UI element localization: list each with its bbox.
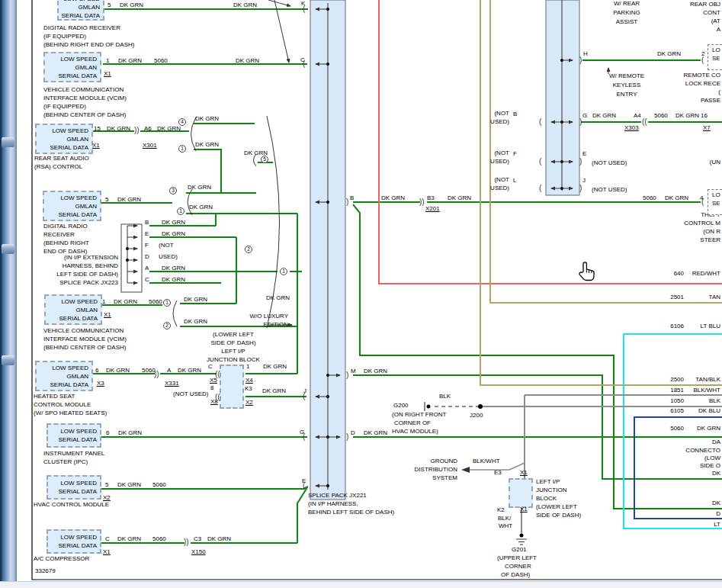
left-ip-junction-block-lower: [509, 478, 533, 508]
connector-label: X301: [143, 142, 157, 149]
inline-connector-glyph: )): [184, 538, 189, 546]
not-used-label: USED): [490, 185, 509, 192]
splice-caption: (IN I/P HARNESS,: [308, 500, 358, 508]
wire-color-label: DK GRN: [195, 141, 219, 149]
connector-label: X1: [103, 548, 111, 556]
module-box-line: SERIAL DATA: [58, 541, 97, 550]
junction-caption: LEFT I/P: [536, 478, 560, 486]
wire-color-label: DK GRN: [195, 115, 219, 123]
wire-color-label: DK GRN: [189, 204, 213, 211]
mouse-cursor-hand: [576, 259, 598, 284]
circuit-number: 640: [674, 270, 684, 278]
inline-connector-glyph: )): [154, 371, 159, 378]
pin-label: 1: [246, 363, 249, 371]
ground-caption: OF DASH): [501, 571, 530, 579]
connector-label: X303: [624, 124, 639, 132]
module-caption-cropped: REAR OBJ: [690, 1, 720, 8]
module-caption-cropped: LOCK RECE: [685, 80, 720, 88]
ground-caption: (ON RIGHT FRONT: [392, 411, 446, 419]
inline-connector-glyph: ((: [215, 394, 220, 401]
wire-color-label: DK GRN: [178, 367, 201, 374]
pin-label: 8: [210, 384, 213, 392]
pin-label: 15: [94, 125, 101, 133]
bus-pin-label: B: [350, 194, 354, 202]
splice-pin-label: A: [145, 265, 149, 272]
connector-label: X331: [165, 380, 179, 387]
wire-color-label: DK GRN: [106, 367, 130, 374]
not-used-label: (NOT: [159, 242, 174, 249]
wire-color-label: DK GRN: [266, 294, 290, 302]
wire-color-label: DK GRN: [114, 298, 137, 306]
module-caption: DIGITAL RADIO: [43, 223, 88, 230]
wire-color-label: TAN: [709, 294, 720, 301]
module-caption: REAR SEAT AUDIO: [34, 155, 89, 162]
pin-label: A: [167, 367, 171, 374]
module-box-vcim-2: LOW SPEEDGMLANSERIAL DATA: [44, 294, 102, 325]
not-used-label: (NOT: [494, 110, 509, 117]
pin-glyph: (: [303, 433, 305, 441]
ground-caption: CORNER OF: [394, 419, 431, 427]
splice-caption: HARNESS, BEHIND: [63, 262, 118, 270]
module-box-line: GMLAN: [79, 3, 100, 11]
connector-label: X1: [92, 142, 100, 149]
module-caption-cropped: (AT: [711, 18, 720, 25]
not-used-label: USED): [490, 118, 509, 126]
pin-label: 5: [105, 196, 108, 204]
pin-glyph: ): [579, 158, 582, 165]
wo-luxury-label: W/O LUXURY: [249, 313, 288, 320]
module-caption: (IF EQUIPPED): [43, 103, 86, 111]
module-caption-cropped: REMOTE CO: [684, 72, 720, 79]
module-box-line: GMLAN: [67, 135, 88, 143]
module-box-line: LOW SPEED: [52, 127, 88, 135]
splice-label: J200: [470, 412, 483, 419]
module-box-line: GMLAN: [75, 202, 97, 210]
module-caption: INTERFACE MODULE (VCIM): [43, 95, 127, 102]
pin-glyph: ): [346, 433, 348, 441]
circuit-number: 5060: [643, 194, 656, 202]
wire-color-label: BLK/WHT: [693, 387, 720, 394]
circled-option-5: 5: [261, 156, 268, 163]
sheet-number: 332679: [35, 567, 56, 575]
ground-distribution-arrowhead: [461, 467, 470, 473]
wire-color-label: WHT: [499, 522, 512, 530]
circuit-number: 5060: [154, 57, 168, 65]
pin-glyph: ): [579, 185, 582, 192]
j200-dot: [478, 404, 483, 409]
module-box-line: SE: [712, 54, 722, 63]
junction-caption: LEFT I/P: [221, 348, 245, 355]
module-box-ipc: LOW SPEEDSERIAL DATA: [47, 423, 101, 448]
module-caption-cropped: (: [718, 88, 720, 96]
pin-glyph: (: [539, 118, 541, 126]
wire-color-label: DK GRN: [117, 481, 141, 489]
option-caption: PARKING: [613, 9, 640, 17]
module-box-ac-compressor: LOW SPEEDSERIAL DATA: [47, 529, 101, 554]
wire-color-label: LT BLU: [701, 323, 720, 330]
module-box-cropped: LO SE: [708, 44, 722, 70]
connector-label: X1: [520, 506, 528, 513]
pin-label: E3: [494, 469, 502, 477]
pin-label: C: [208, 363, 213, 371]
wire-color-label: RED/WHT: [692, 270, 720, 278]
pin-label: 1: [102, 298, 105, 306]
pin-glyph: (: [303, 482, 305, 490]
pin-label: 6: [95, 367, 98, 374]
junction-caption: BLOCK: [536, 495, 557, 503]
connector-label: X201: [425, 205, 440, 213]
junction-caption: (LOWER LEFT: [213, 331, 254, 339]
system-reference: SYSTEM: [432, 474, 457, 482]
module-box-line: GMLAN: [67, 372, 88, 381]
pin-label: 6: [106, 429, 109, 437]
wire-color-label: DK GRN: [162, 219, 185, 227]
wire-color-label: BLK: [709, 397, 720, 405]
pin-label: K2: [497, 506, 505, 514]
module-box-line: LOW SPEED: [60, 55, 97, 63]
wire-color-label: DK GRN: [262, 387, 286, 395]
wire-color-label: BLK/WHT: [473, 458, 500, 465]
wire-color-label: DK GRN: [665, 194, 688, 202]
wire-color-label: DK GRN: [207, 535, 231, 543]
module-box-line: SERIAL DATA: [59, 314, 98, 323]
wire-color-label: DK GRN: [107, 125, 130, 133]
wire-color-label: DK: [712, 500, 720, 507]
wire-color-label: DK GRN: [592, 112, 616, 120]
wire-color-label: DK GRN: [364, 368, 387, 375]
